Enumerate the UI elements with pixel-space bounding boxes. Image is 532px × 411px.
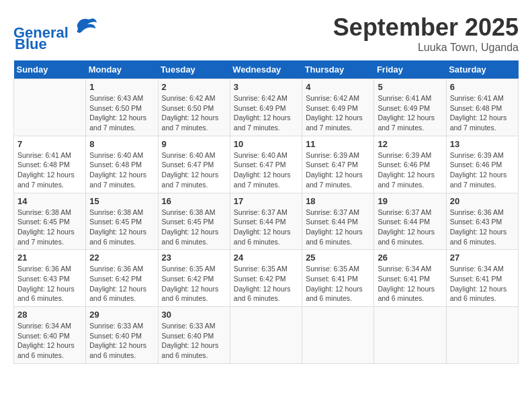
calendar-cell: 5Sunrise: 6:41 AMSunset: 6:49 PMDaylight… [374,79,446,136]
calendar-cell [446,307,518,364]
day-info: Sunrise: 6:39 AMSunset: 6:46 PMDaylight:… [450,150,515,190]
calendar-body: 1Sunrise: 6:43 AMSunset: 6:50 PMDaylight… [14,79,519,364]
calendar-cell: 24Sunrise: 6:35 AMSunset: 6:42 PMDayligh… [230,250,302,307]
day-number: 1 [89,82,154,92]
day-info: Sunrise: 6:36 AMSunset: 6:42 PMDaylight:… [89,264,154,304]
day-number: 7 [17,139,82,149]
logo-bird-icon [74,13,98,38]
calendar-cell: 18Sunrise: 6:37 AMSunset: 6:44 PMDayligh… [302,193,374,250]
day-info: Sunrise: 6:35 AMSunset: 6:42 PMDaylight:… [234,264,298,304]
day-info: Sunrise: 6:42 AMSunset: 6:49 PMDaylight:… [306,93,370,133]
calendar-cell: 15Sunrise: 6:38 AMSunset: 6:45 PMDayligh… [86,193,158,250]
month-title: September 2025 [333,13,519,42]
week-row-4: 21Sunrise: 6:36 AMSunset: 6:43 PMDayligh… [14,250,519,307]
calendar-cell: 26Sunrise: 6:34 AMSunset: 6:41 PMDayligh… [374,250,446,307]
calendar-cell: 28Sunrise: 6:34 AMSunset: 6:40 PMDayligh… [14,307,86,364]
calendar-cell: 12Sunrise: 6:39 AMSunset: 6:46 PMDayligh… [374,136,446,193]
day-number: 4 [306,82,370,92]
title-block: September 2025 Luuka Town, Uganda [333,13,519,54]
day-info: Sunrise: 6:35 AMSunset: 6:41 PMDaylight:… [306,264,370,304]
day-info: Sunrise: 6:34 AMSunset: 6:41 PMDaylight:… [378,264,442,304]
location: Luuka Town, Uganda [333,42,519,54]
header-day-saturday: Saturday [446,60,518,79]
calendar-cell: 21Sunrise: 6:36 AMSunset: 6:43 PMDayligh… [14,250,86,307]
day-info: Sunrise: 6:33 AMSunset: 6:40 PMDaylight:… [162,321,226,361]
calendar-cell: 22Sunrise: 6:36 AMSunset: 6:42 PMDayligh… [86,250,158,307]
day-info: Sunrise: 6:37 AMSunset: 6:44 PMDaylight:… [234,208,298,247]
day-number: 10 [234,139,298,149]
day-info: Sunrise: 6:41 AMSunset: 6:48 PMDaylight:… [450,93,515,133]
day-number: 25 [306,253,370,263]
header-row: SundayMondayTuesdayWednesdayThursdayFrid… [14,60,519,79]
day-info: Sunrise: 6:42 AMSunset: 6:49 PMDaylight:… [234,93,298,133]
header-day-thursday: Thursday [302,60,374,79]
calendar-header: SundayMondayTuesdayWednesdayThursdayFrid… [14,60,519,79]
day-number: 28 [17,310,82,320]
calendar-cell: 20Sunrise: 6:36 AMSunset: 6:43 PMDayligh… [446,193,518,250]
calendar-cell: 25Sunrise: 6:35 AMSunset: 6:41 PMDayligh… [302,250,374,307]
calendar-cell: 6Sunrise: 6:41 AMSunset: 6:48 PMDaylight… [446,79,518,136]
day-number: 17 [234,196,298,206]
day-number: 3 [234,82,298,92]
calendar-cell: 1Sunrise: 6:43 AMSunset: 6:50 PMDaylight… [86,79,158,136]
day-number: 14 [17,196,82,206]
calendar-cell: 4Sunrise: 6:42 AMSunset: 6:49 PMDaylight… [302,79,374,136]
calendar-cell: 10Sunrise: 6:40 AMSunset: 6:47 PMDayligh… [230,136,302,193]
calendar-cell: 30Sunrise: 6:33 AMSunset: 6:40 PMDayligh… [158,307,230,364]
day-info: Sunrise: 6:37 AMSunset: 6:44 PMDaylight:… [306,208,370,247]
header-day-monday: Monday [86,60,158,79]
calendar-cell: 23Sunrise: 6:35 AMSunset: 6:42 PMDayligh… [158,250,230,307]
day-info: Sunrise: 6:41 AMSunset: 6:49 PMDaylight:… [378,93,442,133]
day-number: 12 [378,139,442,149]
day-number: 22 [89,253,154,263]
day-info: Sunrise: 6:36 AMSunset: 6:43 PMDaylight:… [450,208,515,247]
day-number: 5 [378,82,442,92]
day-info: Sunrise: 6:39 AMSunset: 6:46 PMDaylight:… [378,150,442,190]
day-number: 2 [162,82,226,92]
calendar-cell: 29Sunrise: 6:33 AMSunset: 6:40 PMDayligh… [86,307,158,364]
day-info: Sunrise: 6:36 AMSunset: 6:43 PMDaylight:… [17,264,82,304]
day-number: 20 [450,196,515,206]
calendar-cell: 3Sunrise: 6:42 AMSunset: 6:49 PMDaylight… [230,79,302,136]
calendar-cell [374,307,446,364]
day-info: Sunrise: 6:42 AMSunset: 6:50 PMDaylight:… [162,93,226,133]
calendar-cell [302,307,374,364]
day-info: Sunrise: 6:34 AMSunset: 6:40 PMDaylight:… [17,321,82,361]
day-number: 15 [89,196,154,206]
header-day-friday: Friday [374,60,446,79]
day-info: Sunrise: 6:33 AMSunset: 6:40 PMDaylight:… [89,321,154,361]
calendar-cell: 11Sunrise: 6:39 AMSunset: 6:47 PMDayligh… [302,136,374,193]
calendar-cell [230,307,302,364]
header-day-wednesday: Wednesday [230,60,302,79]
day-number: 30 [162,310,226,320]
calendar-cell: 17Sunrise: 6:37 AMSunset: 6:44 PMDayligh… [230,193,302,250]
day-number: 29 [89,310,154,320]
day-info: Sunrise: 6:37 AMSunset: 6:44 PMDaylight:… [378,208,442,247]
day-number: 23 [162,253,226,263]
day-number: 8 [89,139,154,149]
day-number: 11 [306,139,370,149]
day-number: 16 [162,196,226,206]
logo: General Blue [13,13,98,53]
day-number: 18 [306,196,370,206]
calendar-cell: 7Sunrise: 6:41 AMSunset: 6:48 PMDaylight… [14,136,86,193]
day-info: Sunrise: 6:38 AMSunset: 6:45 PMDaylight:… [89,208,154,247]
day-number: 24 [234,253,298,263]
day-info: Sunrise: 6:40 AMSunset: 6:48 PMDaylight:… [89,150,154,190]
day-info: Sunrise: 6:41 AMSunset: 6:48 PMDaylight:… [17,150,82,190]
calendar-cell [14,79,86,136]
day-number: 26 [378,253,442,263]
day-info: Sunrise: 6:40 AMSunset: 6:47 PMDaylight:… [234,150,298,190]
calendar-cell: 2Sunrise: 6:42 AMSunset: 6:50 PMDaylight… [158,79,230,136]
day-number: 21 [17,253,82,263]
day-info: Sunrise: 6:38 AMSunset: 6:45 PMDaylight:… [162,208,226,247]
page-header: General Blue September 2025 Luuka Town, … [13,13,519,54]
day-info: Sunrise: 6:35 AMSunset: 6:42 PMDaylight:… [162,264,226,304]
header-day-tuesday: Tuesday [158,60,230,79]
calendar-cell: 16Sunrise: 6:38 AMSunset: 6:45 PMDayligh… [158,193,230,250]
day-number: 27 [450,253,515,263]
calendar-cell: 13Sunrise: 6:39 AMSunset: 6:46 PMDayligh… [446,136,518,193]
calendar-cell: 19Sunrise: 6:37 AMSunset: 6:44 PMDayligh… [374,193,446,250]
day-number: 9 [162,139,226,149]
calendar-table: SundayMondayTuesdayWednesdayThursdayFrid… [13,60,519,364]
